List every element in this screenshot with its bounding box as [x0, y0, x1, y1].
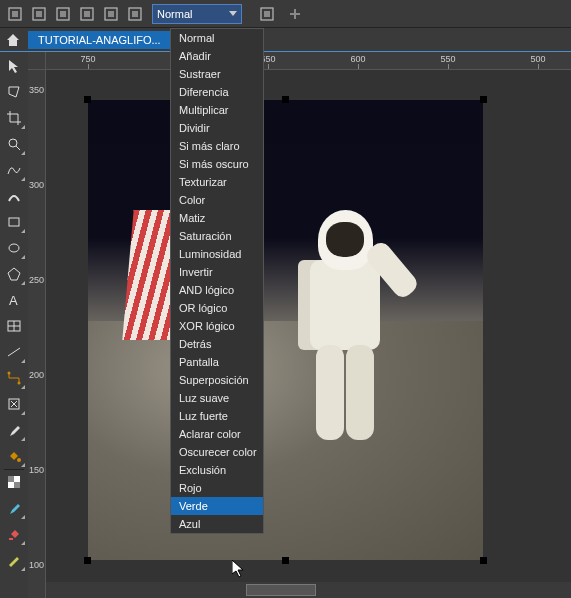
- ruler-tick-label: 200: [29, 370, 44, 380]
- paint-bucket-icon[interactable]: [2, 522, 26, 546]
- flatten-icon[interactable]: [100, 3, 122, 25]
- svg-rect-25: [14, 482, 20, 488]
- blend-mode-option[interactable]: Matiz: [171, 209, 263, 227]
- rectangle-tool-icon[interactable]: [2, 210, 26, 234]
- svg-point-19: [8, 372, 11, 375]
- effects-tool-icon[interactable]: [2, 392, 26, 416]
- blend-mode-option[interactable]: Luz fuerte: [171, 407, 263, 425]
- eyedropper-tool-icon[interactable]: [2, 418, 26, 442]
- ruler-vertical: 350300250200150100: [28, 70, 46, 598]
- pick-tool-icon[interactable]: [2, 54, 26, 78]
- blend-mode-select[interactable]: Normal: [152, 4, 242, 24]
- zoom-tool-icon[interactable]: [2, 132, 26, 156]
- blend-mode-option[interactable]: Luminosidad: [171, 245, 263, 263]
- svg-rect-3: [36, 11, 42, 17]
- blend-mode-value: Normal: [157, 8, 192, 20]
- combine-icon[interactable]: [76, 3, 98, 25]
- chevron-down-icon: [229, 11, 237, 16]
- ruler-corner: [28, 52, 46, 70]
- ruler-tick-label: 100: [29, 560, 44, 570]
- layer-group-icon[interactable]: [124, 3, 146, 25]
- blend-mode-option[interactable]: OR lógico: [171, 299, 263, 317]
- blend-mode-option[interactable]: Si más oscuro: [171, 155, 263, 173]
- blend-mode-option[interactable]: Luz suave: [171, 389, 263, 407]
- dimension-tool-icon[interactable]: [2, 340, 26, 364]
- blend-mode-option[interactable]: Pantalla: [171, 353, 263, 371]
- ruler-tick-label: 550: [440, 54, 455, 64]
- table-tool-icon[interactable]: [2, 314, 26, 338]
- blend-mode-option[interactable]: Color: [171, 191, 263, 209]
- fill-tool-icon[interactable]: [2, 444, 26, 468]
- home-icon[interactable]: [4, 31, 22, 49]
- polygon-tool-icon[interactable]: [2, 262, 26, 286]
- svg-rect-5: [60, 11, 66, 17]
- top-toolbar: Normal: [0, 0, 571, 28]
- blend-mode-option[interactable]: Normal: [171, 29, 263, 47]
- svg-point-14: [9, 139, 17, 147]
- blend-mode-dropdown: NormalAñadirSustraerDiferenciaMultiplica…: [170, 28, 264, 534]
- ruler-tick-label: 300: [29, 180, 44, 190]
- document-tab-bar: TUTORIAL-ANAGLIFO...: [0, 28, 571, 52]
- canvas-area[interactable]: [46, 70, 571, 598]
- ruler-tick-label: 150: [29, 465, 44, 475]
- merge-down-icon[interactable]: [52, 3, 74, 25]
- blend-mode-option[interactable]: Saturación: [171, 227, 263, 245]
- svg-rect-7: [84, 11, 90, 17]
- transparency-checker-icon[interactable]: [2, 470, 26, 494]
- horizontal-scrollbar[interactable]: [46, 582, 571, 598]
- blend-mode-option[interactable]: AND lógico: [171, 281, 263, 299]
- blend-mode-option[interactable]: Sustraer: [171, 65, 263, 83]
- scrollbar-thumb[interactable]: [246, 584, 316, 596]
- blend-mode-option[interactable]: Exclusión: [171, 461, 263, 479]
- blend-mode-option[interactable]: Detrás: [171, 335, 263, 353]
- svg-rect-11: [132, 11, 138, 17]
- svg-point-22: [17, 458, 21, 462]
- svg-rect-24: [8, 476, 14, 482]
- blend-mode-option[interactable]: Aclarar color: [171, 425, 263, 443]
- blend-mode-option[interactable]: Si más claro: [171, 137, 263, 155]
- new-layer-icon[interactable]: [256, 3, 278, 25]
- svg-rect-1: [12, 11, 18, 17]
- add-icon[interactable]: [284, 3, 306, 25]
- ruler-tick-label: 750: [80, 54, 95, 64]
- artistic-media-tool-icon[interactable]: [2, 184, 26, 208]
- blend-mode-option[interactable]: Dividir: [171, 119, 263, 137]
- blend-mode-option[interactable]: Texturizar: [171, 173, 263, 191]
- left-toolbox: A: [0, 52, 28, 598]
- blend-mode-option[interactable]: Azul: [171, 515, 263, 533]
- svg-rect-9: [108, 11, 114, 17]
- outline-pen-icon[interactable]: [2, 548, 26, 572]
- ruler-tick-label: 600: [350, 54, 365, 64]
- shape-tool-icon[interactable]: [2, 80, 26, 104]
- connector-tool-icon[interactable]: [2, 366, 26, 390]
- canvas-image[interactable]: [88, 100, 483, 560]
- ruler-tick-label: 500: [530, 54, 545, 64]
- ruler-tick-label: 250: [29, 275, 44, 285]
- transparency-grid-icon[interactable]: [4, 3, 26, 25]
- ruler-horizontal: 750700650600550500: [28, 52, 571, 70]
- blend-mode-option[interactable]: Diferencia: [171, 83, 263, 101]
- blend-mode-option[interactable]: Multiplicar: [171, 101, 263, 119]
- blend-mode-option[interactable]: Añadir: [171, 47, 263, 65]
- blend-mode-option[interactable]: Oscurecer color: [171, 443, 263, 461]
- lock-transparency-icon[interactable]: [28, 3, 50, 25]
- svg-point-16: [9, 244, 19, 252]
- blend-mode-option[interactable]: Rojo: [171, 479, 263, 497]
- svg-text:A: A: [9, 293, 18, 308]
- blend-mode-option[interactable]: Invertir: [171, 263, 263, 281]
- color-eyedropper-icon[interactable]: [2, 496, 26, 520]
- svg-rect-13: [264, 11, 270, 17]
- blend-mode-option[interactable]: Verde: [171, 497, 263, 515]
- ruler-tick-label: 350: [29, 85, 44, 95]
- document-tab[interactable]: TUTORIAL-ANAGLIFO...: [28, 31, 177, 49]
- text-tool-icon[interactable]: A: [2, 288, 26, 312]
- svg-point-20: [18, 382, 21, 385]
- blend-mode-option[interactable]: XOR lógico: [171, 317, 263, 335]
- svg-rect-15: [9, 218, 19, 226]
- crop-tool-icon[interactable]: [2, 106, 26, 130]
- freehand-tool-icon[interactable]: [2, 158, 26, 182]
- ellipse-tool-icon[interactable]: [2, 236, 26, 260]
- blend-mode-option[interactable]: Superposición: [171, 371, 263, 389]
